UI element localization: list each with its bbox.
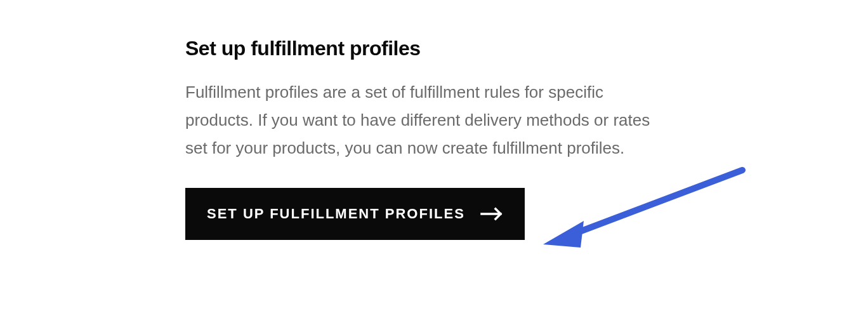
button-label: SET UP FULFILLMENT PROFILES [207,206,465,222]
arrow-right-icon [480,206,503,222]
setup-fulfillment-profiles-button[interactable]: SET UP FULFILLMENT PROFILES [185,188,525,240]
section-description: Fulfillment profiles are a set of fulfil… [185,78,674,162]
section-heading: Set up fulfillment profiles [185,37,680,60]
fulfillment-profiles-section: Set up fulfillment profiles Fulfillment … [185,37,680,240]
